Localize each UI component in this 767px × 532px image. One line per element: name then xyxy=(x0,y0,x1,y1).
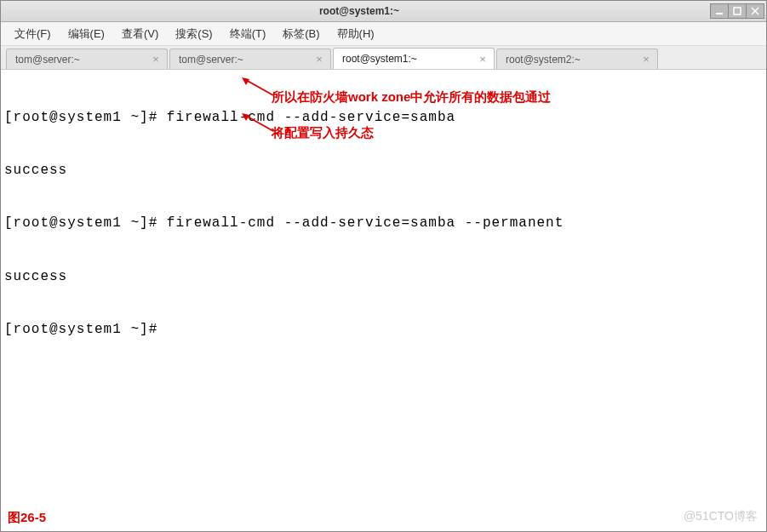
svg-line-4 xyxy=(246,80,273,95)
tab-root-system2[interactable]: root@system2:~ × xyxy=(496,49,658,69)
terminal-line: success xyxy=(4,162,763,180)
menu-help[interactable]: 帮助(H) xyxy=(330,25,381,43)
annotation-text-1: 所以在防火墙work zone中允许所有的数据包通过 xyxy=(272,89,551,106)
close-icon[interactable]: × xyxy=(150,54,162,66)
figure-label: 图26-5 xyxy=(8,510,46,526)
close-icon[interactable]: × xyxy=(477,53,489,65)
menu-file[interactable]: 文件(F) xyxy=(8,25,58,43)
watermark: @51CTO博客 xyxy=(684,509,758,524)
annotation-text-2: 将配置写入持久态 xyxy=(272,124,374,141)
window-controls xyxy=(711,3,764,19)
menu-view[interactable]: 查看(V) xyxy=(115,25,165,43)
tab-tom-server-2[interactable]: tom@server:~ × xyxy=(169,49,331,69)
terminal-line: [root@system1 ~]# firewall-cmd --add-ser… xyxy=(4,215,763,232)
menu-edit[interactable]: 编辑(E) xyxy=(61,25,112,43)
close-icon[interactable]: × xyxy=(313,54,325,66)
close-button[interactable] xyxy=(746,3,764,19)
terminal-line: [root@system1 ~]# firewall-cmd --add-ser… xyxy=(4,109,763,127)
menu-tabs[interactable]: 标签(B) xyxy=(276,25,326,43)
svg-rect-1 xyxy=(734,8,741,14)
close-icon[interactable]: × xyxy=(640,54,652,66)
tab-label: root@system2:~ xyxy=(506,54,635,66)
minimize-button[interactable] xyxy=(710,3,729,19)
menu-search[interactable]: 搜索(S) xyxy=(169,25,219,43)
menu-terminal[interactable]: 终端(T) xyxy=(223,25,273,43)
tab-label: root@system1:~ xyxy=(342,53,472,65)
menubar: 文件(F) 编辑(E) 查看(V) 搜索(S) 终端(T) 标签(B) 帮助(H… xyxy=(1,22,766,46)
maximize-button[interactable] xyxy=(728,3,747,19)
window-title: root@system1:~ xyxy=(8,5,711,17)
titlebar: root@system1:~ xyxy=(1,1,766,22)
tab-label: tom@server:~ xyxy=(15,54,145,66)
terminal-line: [root@system1 ~]# xyxy=(4,321,763,339)
terminal-area[interactable]: [root@system1 ~]# firewall-cmd --add-ser… xyxy=(1,70,766,531)
svg-marker-5 xyxy=(242,77,249,85)
tabbar: tom@server:~ × tom@server:~ × root@syste… xyxy=(1,46,766,70)
terminal-line: success xyxy=(4,268,763,286)
tab-label: tom@server:~ xyxy=(179,54,308,66)
tab-tom-server-1[interactable]: tom@server:~ × xyxy=(6,49,168,69)
tab-root-system1[interactable]: root@system1:~ × xyxy=(333,48,495,69)
